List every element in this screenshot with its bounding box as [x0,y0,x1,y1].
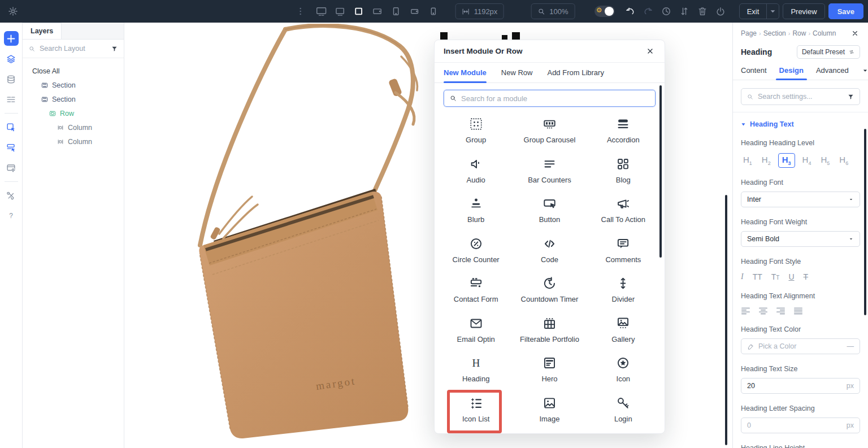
tab-layers[interactable]: Layers [23,23,62,39]
module-item-filterable-portfolio[interactable]: Filterable Portfolio [513,312,586,352]
desktop-sm-icon[interactable] [333,4,348,19]
power-icon[interactable] [713,4,728,19]
builder-settings-gear-icon[interactable] [6,4,20,19]
wireframe-rows-icon[interactable] [4,92,19,107]
layers-search-input[interactable]: Search Layout [23,40,124,58]
phone-portrait-icon[interactable] [426,4,441,19]
section-heading-text[interactable]: Heading Text [741,120,860,128]
help-icon[interactable]: ? [4,208,19,223]
canvas-scrollbar[interactable] [725,195,727,445]
tablet-landscape-icon[interactable] [370,4,385,19]
italic-icon[interactable]: I [741,272,744,281]
module-item-email-optin[interactable]: Email Optin [439,312,513,352]
select-row-icon[interactable] [4,140,19,155]
uppercase-icon[interactable]: TT [753,272,762,281]
underline-icon[interactable]: U [788,272,794,281]
preview-button[interactable]: Preview [783,3,824,19]
strikethrough-icon[interactable]: T [804,272,809,281]
filter-funnel-icon[interactable] [847,93,854,101]
modal-close-icon[interactable] [644,46,656,57]
tab-content[interactable]: Content [741,61,767,80]
module-item-heading[interactable]: HHeading [439,351,513,392]
layer-item-section-0[interactable]: Section [23,78,124,92]
module-item-call-to-action[interactable]: Call To Action [587,192,660,232]
align-center-icon[interactable] [758,307,768,315]
module-item-hero[interactable]: Hero [513,351,586,392]
layer-item-column-4[interactable]: Column [23,134,124,149]
layer-item-column-3[interactable]: Column [23,120,124,134]
module-item-comments[interactable]: Comments [587,232,660,272]
heading-font-weight-select[interactable]: Semi Bold [741,231,860,247]
breadcrumb-section[interactable]: Section [763,29,786,37]
module-item-button[interactable]: Button [513,192,586,232]
trash-icon[interactable] [695,4,710,19]
module-settings-icon[interactable] [4,160,19,175]
exit-button[interactable]: Exit [739,3,780,19]
undo-icon[interactable] [623,4,637,19]
module-item-divider[interactable]: Divider [587,272,660,312]
module-item-icon[interactable]: Icon [587,351,660,392]
settings-panel-scrollbar[interactable] [864,129,866,315]
module-item-blurb[interactable]: Blurb [439,192,513,232]
layers-icon[interactable] [4,51,19,66]
viewport-width-input[interactable]: 1192px [455,3,504,19]
module-item-accordion[interactable]: Accordion [587,112,660,153]
tab-new-module[interactable]: New Module [444,63,487,82]
close-all-button[interactable]: Close All [23,64,124,78]
drag-handle-icon[interactable] [293,4,308,19]
module-item-countdown-timer[interactable]: Countdown Timer [513,272,586,312]
tablet-portrait-icon[interactable] [389,4,403,19]
module-item-image[interactable]: Image [513,392,586,432]
module-search-input[interactable]: Search for a module [444,90,656,107]
module-item-group-carousel[interactable]: Group Carousel [513,112,586,153]
desktop-lg-icon[interactable] [314,4,329,19]
breadcrumb-page[interactable]: Page [741,29,757,37]
arrows-updown-icon[interactable] [677,4,692,19]
add-button[interactable] [4,31,19,46]
panel-close-icon[interactable] [850,28,860,38]
heading-level-h2[interactable]: H2 [760,153,773,168]
capitalize-icon[interactable]: TT [771,272,780,281]
tab-advanced[interactable]: Advanced [816,61,849,80]
breadcrumb-row[interactable]: Row [792,29,806,37]
heading-level-h6[interactable]: H6 [837,153,850,168]
select-module-icon[interactable] [4,120,19,134]
modal-scrollbar[interactable] [659,85,662,258]
filter-funnel-icon[interactable] [111,45,118,53]
module-item-icon-list[interactable]: Icon List [439,392,513,432]
heading-text-size-input[interactable]: 20 px [741,378,860,394]
heading-level-h3[interactable]: H3 [778,153,795,168]
phone-landscape-icon[interactable] [407,4,422,19]
align-right-icon[interactable] [776,307,785,315]
module-item-gallery[interactable]: Gallery [587,312,660,352]
history-icon[interactable] [659,4,674,19]
module-item-blog[interactable]: Blog [587,153,660,193]
heading-letter-spacing-input[interactable]: 0 px [741,417,860,433]
breadcrumb-column[interactable]: Column [813,29,836,37]
database-icon[interactable] [4,72,19,86]
module-item-contact-form[interactable]: Contact Form [439,272,513,312]
builder-mode-toggle[interactable]: ⚙ [594,6,615,17]
heading-level-h1[interactable]: H1 [741,153,754,168]
heading-font-select[interactable]: Inter [741,192,860,207]
module-item-circle-counter[interactable]: Circle Counter [439,232,513,272]
tools-icon[interactable] [4,188,19,203]
module-item-login[interactable]: Login [587,392,660,432]
tab-design[interactable]: Design [779,61,804,80]
layer-item-section-1[interactable]: Section [23,92,124,106]
color-clear-dash[interactable]: — [847,342,854,350]
tab-new-row[interactable]: New Row [501,63,533,82]
zoom-level-input[interactable]: 100% [531,3,575,19]
layer-item-row-2[interactable]: Row [23,106,124,120]
exit-caret-icon[interactable] [766,4,779,19]
module-item-audio[interactable]: Audio [439,153,513,193]
save-button[interactable]: Save [828,3,863,19]
module-item-group[interactable]: Group [439,112,513,153]
viewport-rect-icon[interactable] [351,4,366,19]
module-item-code[interactable]: Code [513,232,586,272]
redo-icon[interactable] [641,4,656,19]
align-left-icon[interactable] [741,307,750,315]
chevron-down-icon[interactable] [861,67,868,75]
tab-add-from-library[interactable]: Add From Library [547,63,604,82]
module-item-bar-counters[interactable]: Bar Counters [513,153,586,193]
